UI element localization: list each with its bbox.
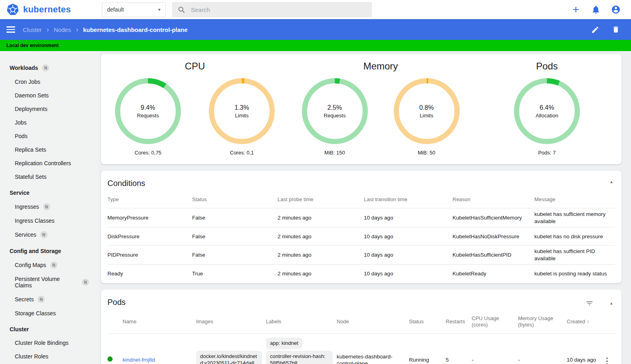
pods-header-status-icon [107, 310, 123, 334]
create-resource-button[interactable] [571, 5, 581, 14]
image-chip: docker.io/kindest/kindnetd:v20230511-dc7… [196, 351, 262, 364]
breadcrumb-item-nodes[interactable]: Nodes [54, 26, 71, 33]
pods-header-name: Name [123, 310, 196, 334]
sidebar-item-config-maps[interactable]: Config MapsN [0, 258, 99, 272]
chevron-down-icon: ▾ [158, 7, 161, 12]
conditions-cell-type: DiskPressure [107, 228, 192, 245]
conditions-header-type: Type [107, 191, 192, 208]
namespace-selector[interactable]: default ▾ [102, 2, 166, 17]
conditions-cell-reason: KubeletHasNoDiskPressure [452, 228, 534, 245]
sidebar-section-label: Cluster [10, 326, 29, 332]
sidebar-item-cluster-role-bindings[interactable]: Cluster Role Bindings [0, 336, 99, 350]
conditions-cell-type: Ready [107, 265, 192, 283]
account-profile-icon[interactable] [611, 5, 621, 14]
conditions-cell-message: kubelet has sufficient PID available [534, 245, 615, 265]
row-menu-kebab-icon[interactable] [605, 356, 609, 364]
conditions-cell-status: True [192, 265, 278, 283]
sidebar-item-deployments[interactable]: Deployments [0, 102, 99, 116]
sidebar-section-label: Config and Storage [10, 248, 61, 254]
sidebar-item-persistent-volume-claims[interactable]: Persistent Volume ClaimsN [0, 272, 99, 292]
sidebar-item-storage-classes[interactable]: Storage Classes [0, 307, 99, 320]
memory-limits-donut-label: 0.8%Limits [394, 78, 460, 144]
cpu-requests-sublabel: Requests [137, 113, 159, 119]
sidebar-item-cluster-roles[interactable]: Cluster Roles [0, 350, 99, 363]
cpu-limits-donut-chart: 1.3%Limits [209, 78, 275, 144]
namespace-value: default [107, 6, 124, 13]
sidebar-item-label: Ingresses [15, 204, 39, 210]
environment-banner-text: Local dev environment [6, 43, 59, 48]
sidebar-item-label: Jobs [15, 119, 27, 126]
delete-trash-icon[interactable] [611, 25, 621, 34]
breadcrumb-current: kubernetes-dashboard-control-plane [83, 26, 188, 33]
sidebar-item-label: Storage Classes [15, 310, 56, 317]
allocation-groups: CPU9.4%RequestsCores: 0,751.3%LimitsCore… [101, 59, 621, 156]
table-row: MemoryPressureFalse2 minutes ago10 days … [107, 208, 615, 228]
sidebar-item-label: Daemon Sets [15, 92, 49, 99]
menu-hamburger-icon[interactable] [6, 26, 15, 33]
sidebar-nav: WorkloadsNCron JobsDaemon SetsDeployment… [0, 51, 99, 364]
breadcrumb: Cluster›Nodes›kubernetes-dashboard-contr… [23, 26, 188, 33]
sidebar-section-service[interactable]: Service [0, 186, 99, 200]
sidebar-item-secrets[interactable]: SecretsN [0, 292, 99, 307]
filter-icon[interactable] [585, 299, 594, 308]
conditions-cell-last-probe-time: 2 minutes ago [278, 265, 364, 283]
pods-allocation-percent: 6.4% [540, 104, 554, 111]
conditions-header-last-transition-time: Last transition time [364, 191, 452, 208]
pods-collapse-icon[interactable]: ▲ [609, 301, 613, 305]
conditions-header-last-probe-time: Last probe time [278, 191, 364, 208]
pods-header-images: Images [196, 310, 266, 334]
sidebar-item-ingresses[interactable]: IngressesN [0, 200, 99, 214]
main-content: CPU9.4%RequestsCores: 0,751.3%LimitsCore… [99, 51, 631, 364]
sidebar-section-workloads[interactable]: WorkloadsN [0, 61, 99, 75]
sidebar-item-label: Cron Jobs [15, 79, 40, 85]
allocation-donut-row: 2.5%RequestsMiB: 1500.8%LimitsMiB: 50 [289, 78, 472, 156]
allocation-donut-row: 9.4%RequestsCores: 0,751.3%LimitsCores: … [101, 78, 289, 156]
pods-header-label: Memory Usage (bytes) [518, 315, 553, 328]
sidebar-item-jobs[interactable]: Jobs [0, 116, 99, 129]
edit-pencil-icon[interactable] [590, 25, 600, 34]
sidebar-section-config-and-storage[interactable]: Config and Storage [0, 244, 99, 258]
search-bar[interactable] [172, 2, 372, 17]
sidebar-item-services[interactable]: ServicesN [0, 228, 99, 242]
kubernetes-logo[interactable]: kubernetes [0, 3, 99, 16]
sidebar-item-label: Replica Sets [15, 146, 46, 153]
pods-table: NameImagesLabelsNodeStatusRestartsCPU Us… [107, 310, 615, 364]
cpu-limits-sublabel: Limits [235, 113, 249, 119]
allocation-group-title: Memory [289, 61, 472, 72]
pod-name-link[interactable]: kindnet-fmj8d [123, 357, 155, 363]
new-badge: N [42, 64, 49, 71]
sidebar-item-cron-jobs[interactable]: Cron Jobs [0, 75, 99, 89]
sidebar-item-ingress-classes[interactable]: Ingress Classes [0, 214, 99, 228]
pods-header-label: CPU Usage (cores) [472, 315, 499, 328]
sidebar-item-stateful-sets[interactable]: Stateful Sets [0, 170, 99, 184]
sidebar-item-daemon-sets[interactable]: Daemon Sets [0, 89, 99, 102]
breadcrumb-item-cluster[interactable]: Cluster [23, 26, 42, 33]
conditions-cell-type: MemoryPressure [107, 208, 192, 228]
pod-status-cell [107, 334, 123, 364]
pod-memory-usage-cell: - [518, 334, 567, 364]
pods-header-labels: Labels [266, 310, 337, 334]
sidebar-item-replication-controllers[interactable]: Replication Controllers [0, 156, 99, 170]
pods-header-created[interactable]: Created↑ [567, 310, 605, 334]
actionbar-actions [590, 25, 621, 34]
label-chip: app: kindnet [266, 338, 302, 349]
conditions-header-reason: Reason [452, 191, 534, 208]
pods-allocation-caption: Pods: 7 [538, 150, 556, 156]
sidebar-item-pods[interactable]: Pods [0, 129, 99, 143]
search-input[interactable] [191, 6, 366, 13]
conditions-body: MemoryPressureFalse2 minutes ago10 days … [107, 208, 615, 283]
notifications-bell-icon[interactable] [591, 5, 601, 14]
cpu-requests-donut-chart: 9.4%Requests [115, 78, 181, 144]
sidebar-item-replica-sets[interactable]: Replica Sets [0, 143, 99, 156]
search-icon [178, 6, 185, 14]
pod-images-cell: docker.io/kindest/kindnetd:v20230511-dc7… [196, 334, 266, 364]
sidebar-section-cluster[interactable]: Cluster [0, 322, 99, 336]
chevron-right-icon: › [76, 26, 78, 33]
top-app-bar: kubernetes default ▾ [0, 0, 631, 19]
sidebar-item-label: Services [15, 231, 36, 238]
cpu-requests-percent: 9.4% [141, 104, 155, 111]
table-row: kindnet-fmj8ddocker.io/kindest/kindnetd:… [107, 334, 615, 364]
conditions-collapse-icon[interactable]: ▲ [609, 180, 613, 184]
conditions-table: TypeStatusLast probe timeLast transition… [107, 191, 615, 283]
memory-requests-donut-label: 2.5%Requests [302, 78, 368, 144]
